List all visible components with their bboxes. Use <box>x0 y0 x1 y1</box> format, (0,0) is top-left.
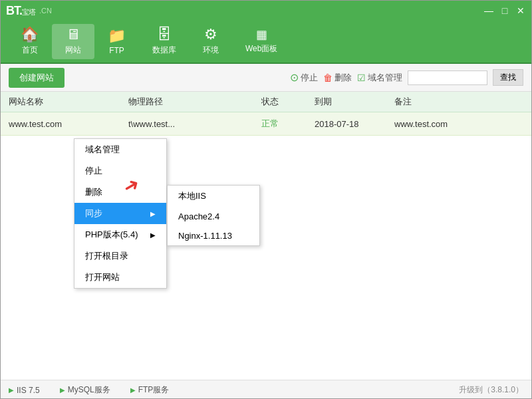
table-row[interactable]: www.test.com t\www.test... 正常 2018-07-18… <box>1 112 531 136</box>
row-expire: 2018-07-18 <box>315 119 394 129</box>
nav-webpanel-label: Web面板 <box>245 43 277 55</box>
nav-webpanel[interactable]: ▦ Web面板 <box>232 25 291 58</box>
header-note: 备注 <box>394 96 523 108</box>
delete-action[interactable]: 🗑 删除 <box>323 72 352 84</box>
nav-home[interactable]: 🏠 首页 <box>7 24 52 59</box>
website-icon: 🖥 <box>66 27 80 42</box>
row-path: t\www.test... <box>128 119 261 129</box>
brand-cn: .CN <box>39 7 52 15</box>
ctx-openroot[interactable]: 打开根目录 <box>74 245 166 267</box>
bt-logo: BT.宝塔 <box>6 4 35 18</box>
header-path: 物理路径 <box>128 96 261 108</box>
stop-action[interactable]: ⊙ 停止 <box>290 71 318 84</box>
nav-website-label: 网站 <box>65 45 81 56</box>
submenu-arrow: ▶ <box>150 210 156 217</box>
toolbar-actions: ⊙ 停止 🗑 删除 ☑ 域名管理 查找 <box>290 69 523 86</box>
status-ftp: ▶ FTP服务 <box>130 384 190 396</box>
nav-database[interactable]: 🗄 数据库 <box>139 24 190 59</box>
create-website-button[interactable]: 创建网站 <box>9 68 65 88</box>
version-info: 升级到（3.8.1.0） <box>459 384 523 396</box>
search-input[interactable] <box>408 70 487 85</box>
status-mysql: ▶ MySQL服务 <box>60 384 130 396</box>
main-content: 网站名称 物理路径 状态 到期 备注 www.test.com t\www.te… <box>1 92 531 380</box>
table-header: 网站名称 物理路径 状态 到期 备注 <box>1 92 531 112</box>
close-button[interactable]: ✕ <box>515 5 526 16</box>
database-icon: 🗄 <box>157 27 172 42</box>
row-note: www.test.com <box>394 119 523 129</box>
iis-label: IIS 7.5 <box>17 386 40 395</box>
ftp-arrow-icon: ▶ <box>130 386 136 394</box>
home-icon: 🏠 <box>21 27 39 42</box>
nav-ftp-label: FTP <box>109 46 124 55</box>
nav-env-label: 环境 <box>203 45 219 56</box>
header-expire: 到期 <box>315 96 394 108</box>
search-button[interactable]: 查找 <box>493 69 523 86</box>
nav-website[interactable]: 🖥 网站 <box>52 24 94 59</box>
ctx-opensite[interactable]: 打开网站 <box>74 267 166 288</box>
ctx-domain[interactable]: 域名管理 <box>74 139 166 160</box>
nav-env[interactable]: ⚙ 环境 <box>190 24 232 59</box>
nav-home-label: 首页 <box>22 45 38 56</box>
ctx-sync[interactable]: 同步 ▶ <box>74 203 166 224</box>
ctx-php[interactable]: PHP版本(5.4) ▶ <box>74 224 166 245</box>
mysql-arrow-icon: ▶ <box>60 386 65 394</box>
sync-apache[interactable]: Apache2.4 <box>168 207 259 226</box>
header-status: 状态 <box>261 96 315 108</box>
nav-bar: 🏠 首页 🖥 网站 📁 FTP 🗄 数据库 ⚙ 环境 ▦ Web面板 <box>1 21 531 64</box>
ftp-icon: 📁 <box>108 29 126 43</box>
ctx-delete[interactable]: 删除 <box>74 182 166 203</box>
sync-submenu: 本地IIS Apache2.4 Nginx-1.11.13 <box>167 185 260 246</box>
mysql-label: MySQL服务 <box>68 384 110 396</box>
row-status: 正常 <box>261 118 315 130</box>
nav-database-label: 数据库 <box>152 45 176 56</box>
stop-label: 停止 <box>301 72 318 84</box>
env-icon: ⚙ <box>204 27 217 42</box>
delete-icon: 🗑 <box>323 72 332 83</box>
domain-label: 域名管理 <box>368 72 402 84</box>
ctx-stop[interactable]: 停止 <box>74 160 166 182</box>
status-iis: ▶ IIS 7.5 <box>9 386 60 395</box>
ftp-label: FTP服务 <box>138 384 170 396</box>
stop-icon: ⊙ <box>290 71 299 84</box>
delete-label: 删除 <box>334 72 352 84</box>
status-bar: ▶ IIS 7.5 ▶ MySQL服务 ▶ FTP服务 升级到（3.8.1.0） <box>1 380 531 399</box>
php-submenu-arrow: ▶ <box>150 231 156 239</box>
logo-area: BT.宝塔 .CN <box>6 4 52 18</box>
toolbar: 创建网站 ⊙ 停止 🗑 删除 ☑ 域名管理 查找 <box>1 64 531 92</box>
minimize-button[interactable]: — <box>483 5 494 16</box>
domain-icon: ☑ <box>357 72 366 83</box>
row-name: www.test.com <box>9 119 128 129</box>
sync-nginx[interactable]: Nginx-1.11.13 <box>168 226 259 245</box>
domain-action[interactable]: ☑ 域名管理 <box>357 72 402 84</box>
maximize-button[interactable]: □ <box>499 5 510 16</box>
iis-arrow-icon: ▶ <box>9 386 14 394</box>
window-controls[interactable]: — □ ✕ <box>483 5 526 16</box>
title-bar: BT.宝塔 .CN — □ ✕ <box>1 1 531 21</box>
nav-ftp[interactable]: 📁 FTP <box>94 25 139 59</box>
webpanel-icon: ▦ <box>256 29 267 41</box>
sync-local-iis[interactable]: 本地IIS <box>168 186 259 207</box>
context-menu: 域名管理 停止 删除 同步 ▶ PHP版本(5.4) ▶ 打开根目录 打开网站 <box>74 138 167 289</box>
header-name: 网站名称 <box>9 96 128 108</box>
